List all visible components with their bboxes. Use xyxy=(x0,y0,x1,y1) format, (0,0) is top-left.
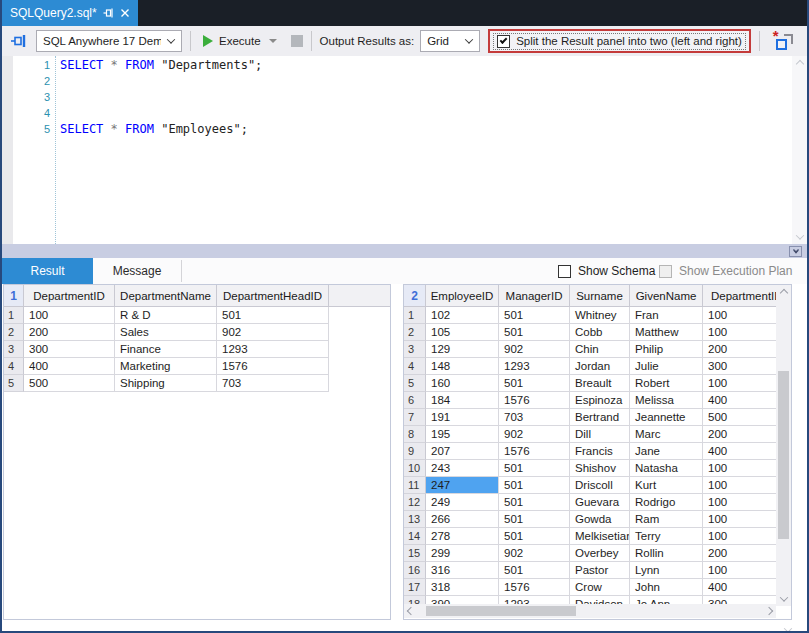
grid-cell[interactable]: 902 xyxy=(499,426,570,443)
grid-cell[interactable]: 102 xyxy=(426,307,499,324)
row-number[interactable]: 3 xyxy=(4,341,24,358)
row-number[interactable]: 14 xyxy=(404,528,426,545)
grid-cell[interactable]: 200 xyxy=(703,545,776,562)
row-number[interactable]: 5 xyxy=(4,375,24,392)
code-line[interactable]: 5SELECT * FROM "Employees"; xyxy=(2,121,791,137)
sql-code-editor[interactable]: 1SELECT * FROM "Departments";2345SELECT … xyxy=(2,56,807,244)
grid-cell[interactable]: Melkisetian xyxy=(570,528,630,545)
panel-splitter-bar[interactable] xyxy=(2,244,807,258)
pin-icon[interactable] xyxy=(101,6,115,20)
grid-cell[interactable]: 501 xyxy=(499,307,570,324)
horizontal-scrollbar-thumb[interactable] xyxy=(426,606,576,616)
grid-cell[interactable]: 316 xyxy=(426,562,499,579)
row-number[interactable]: 8 xyxy=(404,426,426,443)
row-number[interactable]: 6 xyxy=(404,392,426,409)
horizontal-scrollbar[interactable] xyxy=(404,604,776,618)
code-line[interactable]: 2 xyxy=(2,73,791,89)
column-header[interactable]: ManagerID xyxy=(499,285,570,307)
scroll-right-icon[interactable] xyxy=(762,604,776,618)
grid-cell[interactable]: Crow xyxy=(570,579,630,596)
grid-cell[interactable]: 300 xyxy=(703,358,776,375)
close-icon[interactable] xyxy=(118,6,132,20)
grid-cell[interactable]: Natasha xyxy=(630,460,703,477)
grid-cell[interactable]: 902 xyxy=(499,341,570,358)
grid-cell[interactable]: 902 xyxy=(499,545,570,562)
split-panel-label[interactable]: Split the Result panel into two (left an… xyxy=(516,35,742,47)
column-header[interactable]: EmployeeID xyxy=(426,285,499,307)
grid-cell[interactable]: 501 xyxy=(499,511,570,528)
grid-cell[interactable]: Breault xyxy=(570,375,630,392)
grid-cell[interactable]: Jane xyxy=(630,443,703,460)
grid-cell[interactable]: 200 xyxy=(703,341,776,358)
grid-cell[interactable]: 100 xyxy=(24,307,115,324)
row-number[interactable]: 11 xyxy=(404,477,426,494)
grid-cell[interactable]: 400 xyxy=(703,392,776,409)
grid-cell[interactable]: R & D xyxy=(115,307,217,324)
grid-corner-cell[interactable]: 2 xyxy=(404,285,426,307)
grid-cell[interactable]: 207 xyxy=(426,443,499,460)
grid-cell[interactable]: 300 xyxy=(24,341,115,358)
grid-cell[interactable]: 500 xyxy=(703,409,776,426)
grid-cell[interactable]: 400 xyxy=(24,358,115,375)
row-number[interactable]: 15 xyxy=(404,545,426,562)
row-number[interactable]: 12 xyxy=(404,494,426,511)
grid-cell[interactable]: Robert xyxy=(630,375,703,392)
row-number[interactable]: 5 xyxy=(404,375,426,392)
grid-cell[interactable]: Julie xyxy=(630,358,703,375)
grid-cell[interactable]: 249 xyxy=(426,494,499,511)
show-schema-label[interactable]: Show Schema xyxy=(578,264,655,278)
grid-cell[interactable]: Rodrigo xyxy=(630,494,703,511)
grid-cell[interactable]: Marketing xyxy=(115,358,217,375)
grid-cell[interactable]: Francis xyxy=(570,443,630,460)
grid-cell[interactable]: 266 xyxy=(426,511,499,528)
grid-cell[interactable]: 1576 xyxy=(499,579,570,596)
grid-corner-cell[interactable]: 1 xyxy=(4,285,24,307)
show-schema-checkbox[interactable]: Show Schema xyxy=(558,264,655,278)
tab-message[interactable]: Message xyxy=(93,258,181,284)
vertical-scrollbar[interactable] xyxy=(776,285,791,606)
row-number[interactable]: 7 xyxy=(404,409,426,426)
grid-cell[interactable]: 100 xyxy=(703,324,776,341)
row-number[interactable]: 3 xyxy=(404,341,426,358)
column-header[interactable]: DepartmentHeadID xyxy=(217,285,329,307)
tab-result[interactable]: Result xyxy=(2,258,93,284)
row-number[interactable]: 9 xyxy=(404,443,426,460)
grid-cell[interactable]: 501 xyxy=(499,494,570,511)
code-line[interactable]: 4 xyxy=(2,105,791,121)
grid-cell[interactable]: Jeannette xyxy=(630,409,703,426)
grid-cell[interactable]: Marc xyxy=(630,426,703,443)
grid-cell[interactable]: 160 xyxy=(426,375,499,392)
grid-cell[interactable]: 400 xyxy=(703,579,776,596)
grid-cell[interactable]: Dill xyxy=(570,426,630,443)
grid-cell[interactable]: Pastor xyxy=(570,562,630,579)
grid-cell[interactable]: 1576 xyxy=(499,392,570,409)
grid-cell[interactable]: 902 xyxy=(217,324,329,341)
grid-cell[interactable]: 191 xyxy=(426,409,499,426)
grid-cell[interactable]: 1293 xyxy=(217,341,329,358)
collapse-panel-icon[interactable] xyxy=(789,246,802,257)
grid-cell[interactable]: Fran xyxy=(630,307,703,324)
output-mode-dropdown[interactable]: Grid xyxy=(420,30,480,52)
grid-cell[interactable]: 1576 xyxy=(217,358,329,375)
scroll-down-icon[interactable] xyxy=(792,229,807,244)
row-number[interactable]: 17 xyxy=(404,579,426,596)
grid-cell[interactable]: Rollin xyxy=(630,545,703,562)
grid-cell[interactable]: 100 xyxy=(703,511,776,528)
grid-cell[interactable]: 100 xyxy=(703,477,776,494)
checkbox-unchecked[interactable] xyxy=(558,265,571,278)
grid-cell[interactable]: Jordan xyxy=(570,358,630,375)
grid-cell[interactable]: 200 xyxy=(703,426,776,443)
row-number[interactable]: 10 xyxy=(404,460,426,477)
grid-cell[interactable]: Lynn xyxy=(630,562,703,579)
row-number[interactable]: 16 xyxy=(404,562,426,579)
grid-cell[interactable]: 318 xyxy=(426,579,499,596)
grid-cell[interactable]: Whitney xyxy=(570,307,630,324)
grid-cell[interactable]: 184 xyxy=(426,392,499,409)
execute-dropdown-chevron-icon[interactable] xyxy=(269,39,277,43)
grid-cell[interactable]: 129 xyxy=(426,341,499,358)
grid-cell[interactable]: 100 xyxy=(703,494,776,511)
row-number[interactable]: 13 xyxy=(404,511,426,528)
grid-cell[interactable]: Philip xyxy=(630,341,703,358)
scroll-down-icon[interactable] xyxy=(776,591,791,606)
grid-cell[interactable]: Cobb xyxy=(570,324,630,341)
